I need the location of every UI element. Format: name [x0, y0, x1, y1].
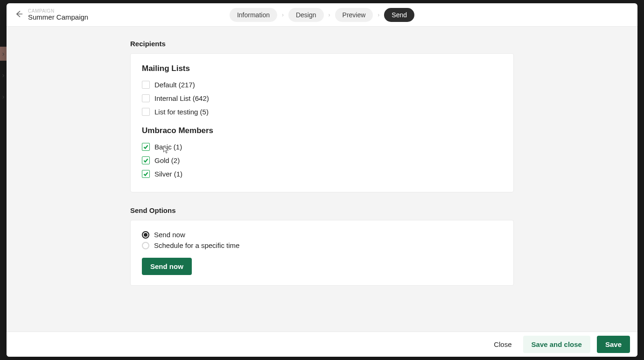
background-sidebar: › › ›: [0, 47, 7, 104]
bg-tree-toggle: ›: [0, 90, 7, 104]
modal-body[interactable]: Recipients Mailing Lists Default (217)In…: [7, 27, 637, 332]
content: Recipients Mailing Lists Default (217)In…: [130, 27, 514, 304]
step-preview[interactable]: Preview: [335, 8, 373, 22]
modal-footer: Close Save and close Save: [7, 332, 637, 357]
send-options-panel: Send nowSchedule for a specific time Sen…: [130, 220, 514, 286]
checkbox[interactable]: [142, 170, 150, 178]
member-group-item[interactable]: Silver (1): [142, 170, 502, 178]
checkbox[interactable]: [142, 156, 150, 164]
member-group-item[interactable]: Basic (1): [142, 143, 502, 151]
mailing-lists-heading: Mailing Lists: [142, 64, 502, 73]
send-now-button[interactable]: Send now: [142, 258, 192, 275]
bg-tree-toggle: ›: [0, 68, 7, 82]
step-information[interactable]: Information: [230, 8, 277, 22]
member-group-label: Gold (2): [154, 156, 180, 164]
save-and-close-button[interactable]: Save and close: [523, 336, 590, 353]
mailing-list-label: Default (217): [154, 81, 195, 89]
arrow-left-icon: [14, 9, 23, 21]
chevron-right-icon: ›: [328, 12, 331, 18]
recipients-label: Recipients: [130, 40, 514, 48]
save-button[interactable]: Save: [597, 336, 630, 353]
mailing-list-item[interactable]: List for testing (5): [142, 108, 502, 116]
header-title: Summer Campaign: [28, 14, 88, 21]
chevron-right-icon: ›: [281, 12, 285, 18]
umbraco-members: Basic (1)Gold (2)Silver (1): [142, 143, 502, 178]
mailing-list-label: Internal List (642): [154, 94, 209, 102]
member-group-label: Silver (1): [154, 170, 182, 178]
recipients-panel: Mailing Lists Default (217)Internal List…: [130, 53, 514, 192]
mailing-list-item[interactable]: Default (217): [142, 81, 502, 89]
umbraco-members-heading: Umbraco Members: [142, 126, 502, 135]
checkbox[interactable]: [142, 94, 150, 102]
modal-header: CAMPAIGN Summer Campaign Information›Des…: [7, 3, 637, 27]
checkbox[interactable]: [142, 143, 150, 151]
checkbox[interactable]: [142, 81, 150, 89]
mailing-list-item[interactable]: Internal List (642): [142, 94, 502, 102]
send-options-label: Send Options: [130, 206, 514, 214]
send-option[interactable]: Send now: [142, 231, 502, 239]
send-option[interactable]: Schedule for a specific time: [142, 241, 502, 249]
member-group-label: Basic (1): [154, 143, 182, 151]
step-send[interactable]: Send: [384, 8, 414, 22]
step-nav: Information›Design›Preview›Send: [230, 8, 414, 22]
bg-tree-toggle: ›: [0, 47, 7, 61]
send-option-label: Send now: [154, 231, 185, 239]
campaign-modal: CAMPAIGN Summer Campaign Information›Des…: [7, 3, 637, 357]
close-button[interactable]: Close: [489, 337, 516, 352]
mailing-lists: Default (217)Internal List (642)List for…: [142, 81, 502, 116]
mailing-list-label: List for testing (5): [154, 108, 209, 116]
checkbox[interactable]: [142, 108, 150, 116]
title-block: CAMPAIGN Summer Campaign: [28, 8, 88, 21]
chevron-right-icon: ›: [377, 12, 380, 18]
radio[interactable]: [142, 242, 149, 249]
member-group-item[interactable]: Gold (2): [142, 156, 502, 164]
send-options-radios: Send nowSchedule for a specific time: [142, 231, 502, 249]
back-button[interactable]: [12, 8, 25, 21]
step-design[interactable]: Design: [288, 8, 324, 22]
send-option-label: Schedule for a specific time: [154, 241, 239, 249]
radio[interactable]: [142, 231, 149, 239]
